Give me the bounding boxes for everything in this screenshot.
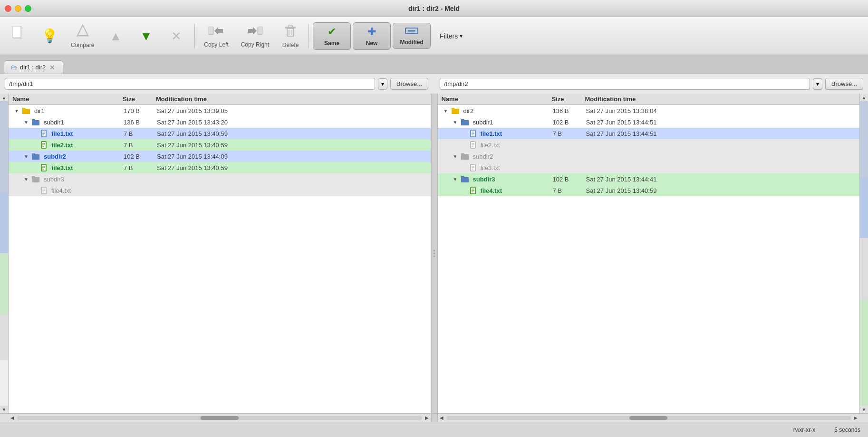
- new-label: New: [366, 40, 378, 47]
- right-hscroll-right-arrow[interactable]: ▶: [852, 414, 859, 422]
- tree-row[interactable]: file1.txt7 BSat 27 Jun 2015 13:44:51: [438, 128, 860, 139]
- tree-row[interactable]: file2.txt7 BSat 27 Jun 2015 13:40:59: [9, 139, 431, 151]
- left-vscrollbar[interactable]: ▲ ▼: [0, 94, 9, 413]
- file-icon: [41, 164, 48, 172]
- expand-arrow[interactable]: ▼: [443, 108, 449, 114]
- new-toggle-button[interactable]: ✚ New: [353, 22, 391, 50]
- right-hscrollbar[interactable]: ◀ ▶: [438, 414, 860, 421]
- left-col-name: Name: [9, 95, 123, 103]
- sep-dot-1: [434, 250, 435, 251]
- left-path-input[interactable]: [5, 78, 375, 90]
- left-hscroll-left-arrow[interactable]: ◀: [9, 414, 16, 422]
- svg-marker-6: [214, 27, 223, 35]
- delete-button[interactable]: Delete: [276, 20, 305, 52]
- down-button[interactable]: ▼: [132, 27, 160, 46]
- left-col-mtime: Modification time: [156, 95, 431, 103]
- statusbar: rwxr-xr-x 5 seconds: [0, 422, 868, 437]
- right-path-dropdown[interactable]: ▾: [813, 78, 822, 90]
- tree-row[interactable]: ▼ subdir3: [9, 173, 431, 185]
- right-vscroll-track[interactable]: [860, 101, 868, 406]
- new-doc-button[interactable]: [5, 23, 33, 49]
- expand-arrow[interactable]: ▼: [23, 120, 29, 125]
- tree-row[interactable]: file1.txt7 BSat 27 Jun 2015 13:40:59: [9, 128, 431, 139]
- right-hscroll-left-arrow[interactable]: ◀: [438, 414, 445, 422]
- expand-arrow[interactable]: ▼: [23, 177, 29, 182]
- left-hscroll-track[interactable]: [17, 416, 422, 420]
- tree-row[interactable]: ▼ dir2136 BSat 27 Jun 2015 13:38:04: [438, 105, 860, 116]
- tree-row[interactable]: ▼ subdir3102 BSat 27 Jun 2015 13:44:41: [438, 173, 860, 185]
- file-name: file1.txt: [481, 130, 502, 137]
- left-hscrollbar[interactable]: ◀ ▶: [9, 414, 431, 421]
- folder-icon: [31, 152, 40, 161]
- minimize-button[interactable]: [15, 5, 21, 12]
- tab-dir1-dir2[interactable]: 🗁 dir1 : dir2 ✕: [4, 60, 63, 74]
- tree-row[interactable]: ▼ subdir2102 BSat 27 Jun 2015 13:44:09: [9, 151, 431, 162]
- right-file-tree: ▼ dir2136 BSat 27 Jun 2015 13:38:04▼ sub…: [438, 105, 860, 413]
- file-size: 7 B: [124, 164, 157, 171]
- left-browse-button[interactable]: Browse...: [390, 78, 428, 90]
- tree-row[interactable]: ▼ subdir1136 BSat 27 Jun 2015 13:43:20: [9, 116, 431, 128]
- right-path-input[interactable]: [440, 78, 810, 90]
- tree-row[interactable]: file3.txt: [438, 162, 860, 173]
- copy-right-button[interactable]: Copy Right: [236, 21, 274, 51]
- expand-arrow[interactable]: ▼: [13, 108, 20, 114]
- filters-button[interactable]: Filters ▾: [433, 29, 470, 43]
- hint-button[interactable]: 💡: [35, 26, 64, 46]
- file-mtime: Sat 27 Jun 2015 13:38:04: [586, 107, 859, 114]
- file-icon: [41, 187, 48, 195]
- modified-toggle-button[interactable]: Modified: [393, 23, 431, 49]
- expand-arrow[interactable]: ▼: [452, 120, 459, 125]
- maximize-button[interactable]: [25, 5, 31, 12]
- right-file-panel: Name Size Modification time ▼ dir2136 BS…: [438, 94, 860, 413]
- right-browse-button[interactable]: Browse...: [825, 78, 863, 90]
- file-name: file3.txt: [51, 164, 73, 171]
- filters-chevron-icon: ▾: [460, 33, 463, 39]
- left-hscroll-right-arrow[interactable]: ▶: [423, 414, 431, 422]
- right-col-mtime: Modification time: [585, 95, 860, 103]
- tree-row[interactable]: file3.txt7 BSat 27 Jun 2015 13:40:59: [9, 162, 431, 173]
- file-name: subdir3: [44, 176, 64, 183]
- tree-row[interactable]: ▼ subdir1102 BSat 27 Jun 2015 13:44:51: [438, 116, 860, 128]
- expand-arrow[interactable]: ▼: [452, 177, 459, 182]
- right-vscroll-up-arrow[interactable]: ▲: [860, 94, 868, 101]
- sep-dot-2: [434, 253, 435, 254]
- left-vscroll-track[interactable]: [0, 101, 8, 406]
- stop-button[interactable]: ✕: [162, 27, 191, 46]
- svg-rect-16: [289, 25, 292, 27]
- folder-icon: [31, 175, 40, 183]
- tabbar: 🗁 dir1 : dir2 ✕: [0, 55, 868, 74]
- file-size: 7 B: [553, 130, 586, 137]
- tree-row[interactable]: file4.txt: [9, 185, 431, 196]
- tree-row[interactable]: file4.txt7 BSat 27 Jun 2015 13:40:59: [438, 185, 860, 196]
- right-vscroll-down-arrow[interactable]: ▼: [860, 406, 868, 413]
- svg-marker-9: [248, 27, 257, 35]
- copy-left-button[interactable]: Copy Left: [199, 21, 233, 51]
- left-vscroll-up-arrow[interactable]: ▲: [0, 94, 8, 101]
- window-title: dir1 : dir2 - Meld: [408, 5, 460, 12]
- folder-icon: [22, 107, 30, 115]
- same-toggle-button[interactable]: ✔ Same: [313, 22, 351, 50]
- expand-arrow[interactable]: ▼: [452, 154, 459, 159]
- file-name: file3.txt: [481, 164, 500, 171]
- tab-close-button[interactable]: ✕: [48, 64, 56, 71]
- left-vscroll-down-arrow[interactable]: ▼: [0, 406, 8, 413]
- tree-row[interactable]: ▼ subdir2: [438, 151, 860, 162]
- tree-row[interactable]: ▼ dir1170 BSat 27 Jun 2015 13:39:05: [9, 105, 431, 116]
- svg-marker-3: [21, 26, 23, 28]
- right-vscrollbar[interactable]: ▲ ▼: [859, 94, 868, 413]
- left-path-dropdown[interactable]: ▾: [378, 78, 387, 90]
- file-mtime: Sat 27 Jun 2015 13:44:51: [586, 119, 859, 126]
- tree-row[interactable]: file2.txt: [438, 139, 860, 151]
- file-mtime: Sat 27 Jun 2015 13:44:41: [586, 176, 859, 183]
- up-button[interactable]: ▲: [101, 27, 130, 46]
- delete-icon: [283, 24, 298, 40]
- file-name: subdir3: [473, 176, 495, 183]
- compare-button[interactable]: Compare: [66, 20, 99, 52]
- close-button[interactable]: [5, 5, 11, 12]
- expand-arrow[interactable]: ▼: [23, 154, 29, 159]
- filters-label: Filters: [440, 32, 458, 40]
- titlebar: dir1 : dir2 - Meld: [0, 0, 868, 17]
- new-icon: ✚: [367, 26, 376, 38]
- right-hscroll-track[interactable]: [446, 416, 851, 420]
- right-col-headers: Name Size Modification time: [438, 94, 860, 105]
